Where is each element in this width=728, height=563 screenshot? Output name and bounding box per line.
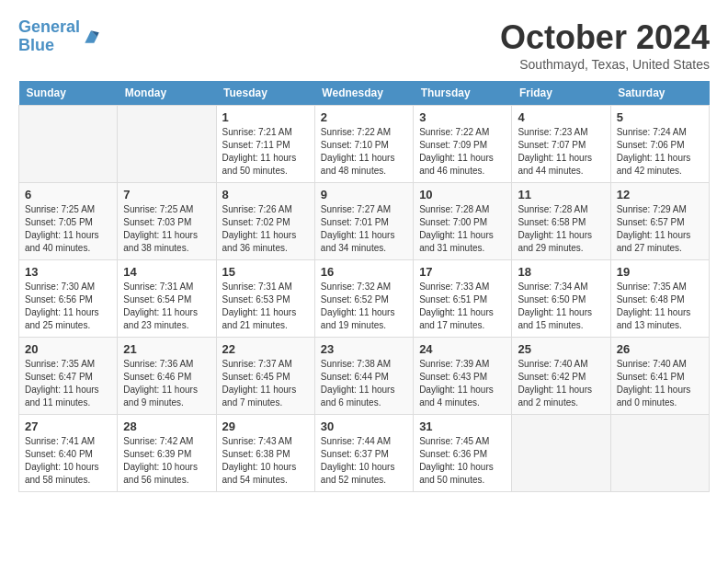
day-info: Sunrise: 7:38 AM Sunset: 6:44 PM Dayligh… [321, 358, 407, 409]
day-info: Sunrise: 7:35 AM Sunset: 6:47 PM Dayligh… [25, 358, 111, 409]
logo-text: General Blue [18, 18, 80, 55]
calendar-cell: 26Sunrise: 7:40 AM Sunset: 6:41 PM Dayli… [610, 338, 709, 415]
calendar-cell: 15Sunrise: 7:31 AM Sunset: 6:53 PM Dayli… [216, 260, 314, 338]
day-number: 20 [25, 342, 111, 356]
day-info: Sunrise: 7:25 AM Sunset: 7:03 PM Dayligh… [123, 203, 210, 255]
calendar-cell: 14Sunrise: 7:31 AM Sunset: 6:54 PM Dayli… [118, 260, 216, 338]
logo-general: General [18, 17, 80, 36]
week-row-1: 1Sunrise: 7:21 AM Sunset: 7:11 PM Daylig… [19, 106, 710, 183]
day-info: Sunrise: 7:34 AM Sunset: 6:50 PM Dayligh… [518, 281, 604, 332]
day-number: 8 [222, 188, 309, 201]
calendar-cell: 11Sunrise: 7:28 AM Sunset: 6:58 PM Dayli… [512, 183, 610, 260]
calendar-cell: 22Sunrise: 7:37 AM Sunset: 6:45 PM Dayli… [216, 338, 314, 415]
day-info: Sunrise: 7:37 AM Sunset: 6:45 PM Dayligh… [222, 358, 309, 409]
calendar-cell: 8Sunrise: 7:26 AM Sunset: 7:02 PM Daylig… [216, 183, 314, 260]
day-number: 1 [222, 110, 309, 124]
day-number: 2 [321, 110, 407, 124]
day-number: 16 [321, 265, 407, 279]
header-wednesday: Wednesday [314, 81, 413, 106]
calendar-cell: 5Sunrise: 7:24 AM Sunset: 7:06 PM Daylig… [610, 106, 709, 183]
calendar-cell: 28Sunrise: 7:42 AM Sunset: 6:39 PM Dayli… [118, 415, 216, 492]
day-number: 29 [222, 419, 309, 433]
day-info: Sunrise: 7:40 AM Sunset: 6:41 PM Dayligh… [617, 358, 703, 409]
calendar-cell: 16Sunrise: 7:32 AM Sunset: 6:52 PM Dayli… [314, 260, 413, 338]
day-info: Sunrise: 7:21 AM Sunset: 7:11 PM Dayligh… [222, 126, 309, 178]
calendar-cell: 19Sunrise: 7:35 AM Sunset: 6:48 PM Dayli… [610, 260, 709, 338]
calendar-cell: 4Sunrise: 7:23 AM Sunset: 7:07 PM Daylig… [512, 106, 610, 183]
day-number: 9 [321, 188, 407, 201]
calendar-cell: 30Sunrise: 7:44 AM Sunset: 6:37 PM Dayli… [314, 415, 413, 492]
calendar-cell [610, 415, 709, 492]
day-number: 21 [123, 342, 210, 356]
header-tuesday: Tuesday [216, 81, 314, 106]
day-info: Sunrise: 7:43 AM Sunset: 6:38 PM Dayligh… [222, 435, 309, 487]
day-number: 10 [419, 188, 506, 201]
day-info: Sunrise: 7:35 AM Sunset: 6:48 PM Dayligh… [617, 281, 703, 332]
day-info: Sunrise: 7:32 AM Sunset: 6:52 PM Dayligh… [321, 281, 407, 332]
month-title: October 2024 [500, 18, 710, 57]
day-info: Sunrise: 7:28 AM Sunset: 6:58 PM Dayligh… [518, 203, 604, 255]
day-info: Sunrise: 7:42 AM Sunset: 6:39 PM Dayligh… [123, 435, 210, 487]
day-info: Sunrise: 7:24 AM Sunset: 7:06 PM Dayligh… [617, 126, 703, 178]
day-number: 22 [222, 342, 309, 356]
day-number: 5 [617, 110, 703, 124]
title-block: October 2024 Southmayd, Texas, United St… [500, 18, 710, 72]
day-info: Sunrise: 7:31 AM Sunset: 6:53 PM Dayligh… [222, 281, 309, 332]
day-number: 7 [123, 188, 210, 201]
calendar-table: SundayMondayTuesdayWednesdayThursdayFrid… [18, 81, 710, 492]
day-number: 31 [419, 419, 506, 433]
day-number: 18 [518, 265, 604, 279]
week-row-3: 13Sunrise: 7:30 AM Sunset: 6:56 PM Dayli… [19, 260, 710, 338]
header-sunday: Sunday [19, 81, 118, 106]
day-info: Sunrise: 7:45 AM Sunset: 6:36 PM Dayligh… [419, 435, 506, 487]
day-info: Sunrise: 7:40 AM Sunset: 6:42 PM Dayligh… [518, 358, 604, 409]
day-number: 13 [25, 265, 111, 279]
day-info: Sunrise: 7:25 AM Sunset: 7:05 PM Dayligh… [25, 203, 111, 255]
day-number: 3 [419, 110, 506, 124]
day-number: 17 [419, 265, 506, 279]
calendar-cell [512, 415, 610, 492]
calendar-cell: 25Sunrise: 7:40 AM Sunset: 6:42 PM Dayli… [512, 338, 610, 415]
week-row-4: 20Sunrise: 7:35 AM Sunset: 6:47 PM Dayli… [19, 338, 710, 415]
day-number: 4 [518, 110, 604, 124]
day-number: 6 [25, 188, 111, 201]
day-number: 23 [321, 342, 407, 356]
day-info: Sunrise: 7:28 AM Sunset: 7:00 PM Dayligh… [419, 203, 506, 255]
calendar-cell: 23Sunrise: 7:38 AM Sunset: 6:44 PM Dayli… [314, 338, 413, 415]
calendar-header: SundayMondayTuesdayWednesdayThursdayFrid… [19, 81, 710, 106]
header-row: SundayMondayTuesdayWednesdayThursdayFrid… [19, 81, 710, 106]
day-info: Sunrise: 7:44 AM Sunset: 6:37 PM Dayligh… [321, 435, 407, 487]
header-thursday: Thursday [414, 81, 512, 106]
calendar-cell: 1Sunrise: 7:21 AM Sunset: 7:11 PM Daylig… [216, 106, 314, 183]
day-number: 28 [123, 419, 210, 433]
calendar-cell: 31Sunrise: 7:45 AM Sunset: 6:36 PM Dayli… [414, 415, 512, 492]
calendar-cell: 2Sunrise: 7:22 AM Sunset: 7:10 PM Daylig… [314, 106, 413, 183]
day-number: 30 [321, 419, 407, 433]
header-monday: Monday [118, 81, 216, 106]
calendar-cell: 21Sunrise: 7:36 AM Sunset: 6:46 PM Dayli… [118, 338, 216, 415]
day-number: 27 [25, 419, 111, 433]
header-friday: Friday [512, 81, 610, 106]
day-info: Sunrise: 7:33 AM Sunset: 6:51 PM Dayligh… [419, 281, 506, 332]
calendar-cell [118, 106, 216, 183]
calendar-cell: 20Sunrise: 7:35 AM Sunset: 6:47 PM Dayli… [19, 338, 118, 415]
page-header: General Blue October 2024 Southmayd, Tex… [18, 18, 710, 72]
calendar-cell: 18Sunrise: 7:34 AM Sunset: 6:50 PM Dayli… [512, 260, 610, 338]
day-number: 26 [617, 342, 703, 356]
day-info: Sunrise: 7:41 AM Sunset: 6:40 PM Dayligh… [25, 435, 111, 487]
calendar-cell: 12Sunrise: 7:29 AM Sunset: 6:57 PM Dayli… [610, 183, 709, 260]
day-number: 14 [123, 265, 210, 279]
day-info: Sunrise: 7:39 AM Sunset: 6:43 PM Dayligh… [419, 358, 506, 409]
calendar-cell: 13Sunrise: 7:30 AM Sunset: 6:56 PM Dayli… [19, 260, 118, 338]
day-number: 15 [222, 265, 309, 279]
week-row-2: 6Sunrise: 7:25 AM Sunset: 7:05 PM Daylig… [19, 183, 710, 260]
calendar-cell: 17Sunrise: 7:33 AM Sunset: 6:51 PM Dayli… [414, 260, 512, 338]
day-info: Sunrise: 7:30 AM Sunset: 6:56 PM Dayligh… [25, 281, 111, 332]
logo-icon [82, 28, 100, 46]
day-number: 12 [617, 188, 703, 201]
calendar-cell: 3Sunrise: 7:22 AM Sunset: 7:09 PM Daylig… [414, 106, 512, 183]
day-number: 25 [518, 342, 604, 356]
logo: General Blue [18, 18, 100, 55]
header-saturday: Saturday [610, 81, 709, 106]
calendar-cell: 29Sunrise: 7:43 AM Sunset: 6:38 PM Dayli… [216, 415, 314, 492]
